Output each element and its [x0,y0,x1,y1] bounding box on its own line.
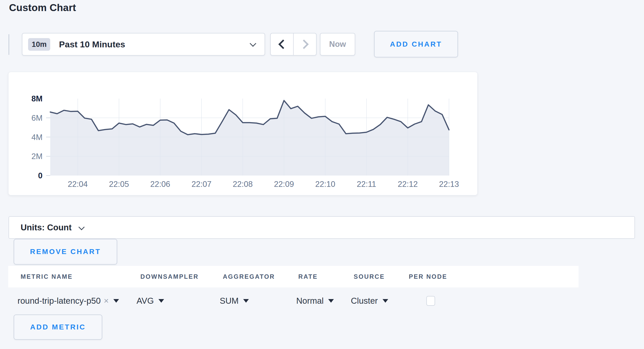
time-range-label: Past 10 Minutes [59,39,125,49]
add-chart-button[interactable]: ADD CHART [374,31,458,57]
chart-card: 22:0422:0522:0622:0722:0822:0922:1022:11… [8,72,478,195]
svg-text:22:10: 22:10 [315,180,335,189]
time-range-badge: 10m [28,38,50,51]
now-button[interactable]: Now [320,33,355,56]
triangle-down-icon [113,299,119,303]
triangle-down-icon [383,299,388,303]
per-node-checkbox[interactable] [426,296,435,306]
add-metric-button[interactable]: ADD METRIC [14,315,102,340]
page-title: Custom Chart [9,2,76,13]
chevron-down-icon [250,40,256,47]
header-source: SOURCE [354,273,385,280]
svg-text:2M: 2M [31,152,43,161]
svg-text:22:09: 22:09 [274,180,294,189]
svg-text:0: 0 [38,171,43,180]
svg-text:22:11: 22:11 [357,180,376,189]
header-downsampler: DOWNSAMPLER [140,273,199,280]
metrics-table-header: METRIC NAME DOWNSAMPLER AGGREGATOR RATE … [8,266,579,287]
svg-text:22:12: 22:12 [398,180,418,189]
units-dropdown[interactable]: Units: Count [9,216,635,239]
svg-text:22:06: 22:06 [150,180,170,189]
downsampler-value: AVG [137,296,154,306]
remove-metric-x-icon[interactable]: × [104,296,109,306]
svg-text:4M: 4M [31,133,43,142]
time-next-button[interactable] [293,33,316,55]
svg-text:8M: 8M [31,94,43,103]
chevron-left-icon [278,40,288,49]
timeseries-area-chart: 22:0422:0522:0622:0722:0822:0922:1022:11… [9,72,477,195]
chevron-right-icon [299,40,309,49]
triangle-down-icon [158,299,164,303]
time-nav-group [270,33,317,56]
downsampler-dropdown[interactable]: AVG [137,296,164,306]
triangle-down-icon [328,299,334,303]
rate-dropdown[interactable]: Normal [296,296,334,306]
time-range-dropdown[interactable]: 10m Past 10 Minutes [22,33,265,56]
rate-value: Normal [296,296,324,306]
time-prev-button[interactable] [271,33,293,55]
metric-name-dropdown[interactable]: round-trip-latency-p50 × [18,296,119,306]
svg-text:22:13: 22:13 [439,180,459,189]
header-per-node: PER NODE [409,273,447,280]
toolbar-divider [9,34,9,55]
source-dropdown[interactable]: Cluster [351,296,388,306]
header-rate: RATE [298,273,318,280]
source-value: Cluster [351,296,378,306]
metric-table-row: round-trip-latency-p50 × AVG SUM Normal … [0,287,644,314]
svg-text:22:07: 22:07 [191,180,211,189]
aggregator-dropdown[interactable]: SUM [220,296,249,306]
svg-text:22:04: 22:04 [68,180,88,189]
header-metric-name: METRIC NAME [21,273,73,280]
aggregator-value: SUM [220,296,239,306]
svg-text:22:05: 22:05 [109,180,129,189]
metric-name-value: round-trip-latency-p50 [18,296,101,306]
chevron-down-icon [78,224,84,230]
header-aggregator: AGGREGATOR [223,273,275,280]
svg-text:6M: 6M [31,114,43,123]
svg-text:22:08: 22:08 [233,180,253,189]
remove-chart-button[interactable]: REMOVE CHART [14,239,117,265]
units-label: Units: Count [21,223,72,232]
triangle-down-icon [243,299,249,303]
custom-chart-page: Custom Chart 10m Past 10 Minutes Now ADD… [0,0,644,349]
